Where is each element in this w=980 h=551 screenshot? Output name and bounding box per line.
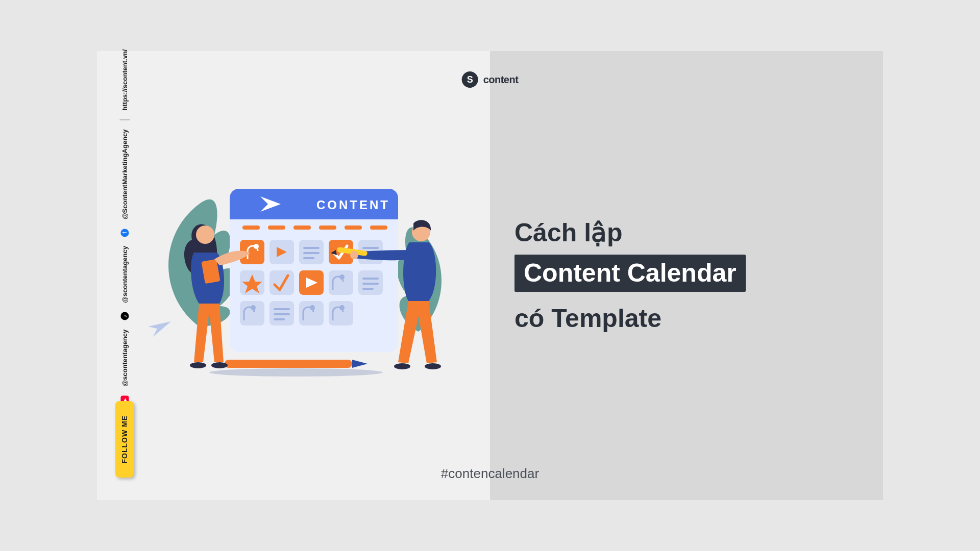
hashtag: #contencalendar xyxy=(441,466,539,482)
svg-point-31 xyxy=(251,305,256,310)
svg-rect-6 xyxy=(319,226,336,230)
svg-point-37 xyxy=(310,305,315,310)
facebook-icon[interactable]: f xyxy=(120,229,129,237)
brand-badge-icon: S xyxy=(462,71,478,88)
svg-rect-14 xyxy=(303,252,320,254)
paperplane-icon xyxy=(148,321,171,337)
svg-point-49 xyxy=(394,363,410,369)
follow-me-label: FOLLOW ME xyxy=(120,415,129,464)
svg-point-39 xyxy=(339,305,345,310)
svg-rect-27 xyxy=(362,278,379,280)
divider-icon xyxy=(119,119,130,120)
headline: Cách lập Content Calendar có Template xyxy=(514,216,883,335)
calendar-icon: CONTENT xyxy=(230,189,398,352)
svg-rect-35 xyxy=(274,318,285,320)
left-panel: CONTENT xyxy=(97,51,490,500)
svg-point-10 xyxy=(254,244,259,249)
svg-rect-22 xyxy=(270,270,294,295)
svg-rect-15 xyxy=(303,257,314,259)
svg-rect-40 xyxy=(225,360,352,368)
calendar-label: CONTENT xyxy=(316,198,390,212)
tiktok-handle[interactable]: @scontentagency xyxy=(121,246,129,303)
svg-rect-4 xyxy=(268,226,285,230)
svg-rect-34 xyxy=(274,313,290,315)
svg-rect-3 xyxy=(242,226,260,230)
card: CONTENT xyxy=(97,51,883,500)
facebook-handle[interactable]: @ScontentMarketingAgency xyxy=(121,129,129,219)
headline-line1: Cách lập xyxy=(514,216,883,249)
headline-highlight: Content Calendar xyxy=(514,255,746,292)
svg-point-44 xyxy=(190,362,206,368)
headline-line3: có Template xyxy=(514,302,883,335)
svg-point-25 xyxy=(339,274,345,280)
svg-point-41 xyxy=(209,368,383,377)
svg-point-42 xyxy=(196,226,214,244)
svg-rect-8 xyxy=(370,226,387,230)
brand-badge-letter: S xyxy=(467,74,473,85)
tiktok-icon[interactable]: ♪ xyxy=(120,312,129,320)
pencil-icon xyxy=(209,360,383,377)
follow-me-button[interactable]: FOLLOW ME xyxy=(115,401,134,478)
svg-rect-28 xyxy=(362,283,379,285)
svg-point-50 xyxy=(425,363,441,369)
svg-rect-33 xyxy=(274,308,290,310)
svg-point-48 xyxy=(350,251,358,259)
svg-rect-29 xyxy=(362,288,374,290)
right-panel: Cách lập Content Calendar có Template xyxy=(490,51,883,500)
svg-rect-5 xyxy=(293,226,311,230)
brand: S content xyxy=(462,71,519,88)
brand-name: content xyxy=(483,74,519,86)
youtube-handle[interactable]: @scontentagency xyxy=(121,330,129,387)
svg-rect-18 xyxy=(362,247,379,249)
svg-rect-7 xyxy=(345,226,362,230)
svg-rect-13 xyxy=(303,247,320,249)
social-rail: ▸ @scontentagency ♪ @scontentagency f @S… xyxy=(118,65,131,388)
illustration: CONTENT xyxy=(143,173,459,393)
website-url[interactable]: https://scontent.vn/ xyxy=(121,49,129,111)
svg-point-45 xyxy=(211,362,228,368)
